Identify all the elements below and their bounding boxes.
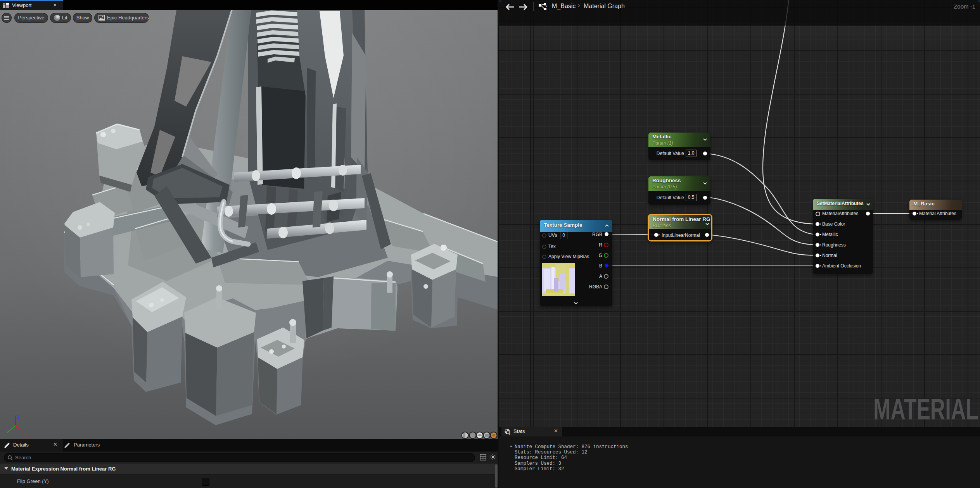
svg-text:Z: Z [17,415,19,419]
svg-text:i: i [509,432,510,435]
svg-text:x: x [24,433,26,437]
